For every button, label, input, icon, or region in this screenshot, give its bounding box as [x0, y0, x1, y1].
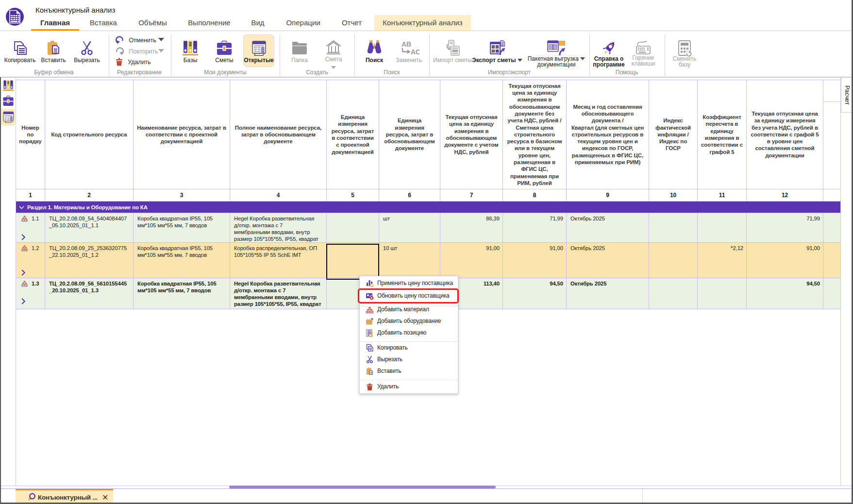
svg-text:₽: ₽	[371, 283, 373, 287]
svg-text:AB: AB	[401, 40, 411, 48]
svg-text:AC: AC	[411, 48, 419, 56]
